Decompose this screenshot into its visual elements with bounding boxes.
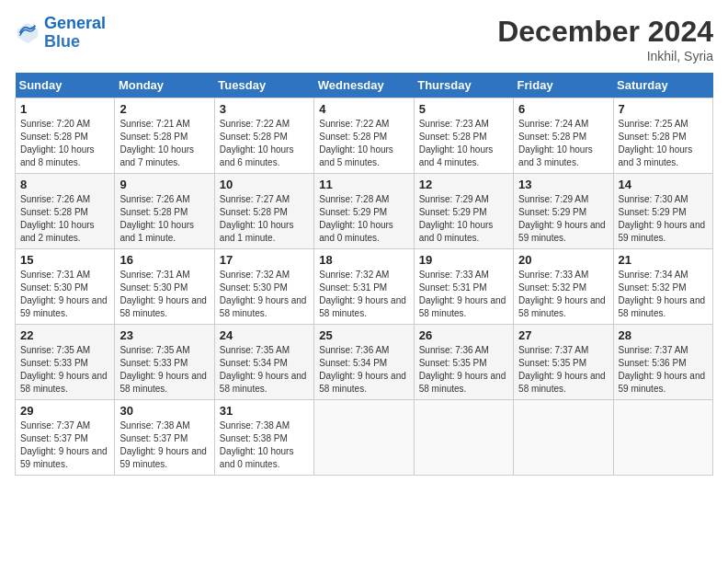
day-number: 14	[619, 178, 708, 191]
day-number: 28	[619, 328, 708, 342]
calendar-cell	[414, 400, 513, 476]
day-info: Sunrise: 7:21 AM Sunset: 5:28 PM Dayligh…	[119, 118, 209, 169]
day-info: Sunrise: 7:36 AM Sunset: 5:35 PM Dayligh…	[419, 344, 508, 396]
day-number: 10	[220, 178, 309, 191]
calendar-week-row: 8 Sunrise: 7:26 AM Sunset: 5:28 PM Dayli…	[16, 174, 713, 249]
col-saturday: Saturday	[613, 73, 712, 98]
calendar-cell: 30 Sunrise: 7:38 AM Sunset: 5:37 PM Dayl…	[115, 400, 214, 476]
calendar-week-row: 22 Sunrise: 7:35 AM Sunset: 5:33 PM Dayl…	[16, 325, 713, 400]
calendar-cell: 9 Sunrise: 7:26 AM Sunset: 5:28 PM Dayli…	[115, 174, 214, 249]
day-number: 30	[119, 404, 209, 418]
calendar-cell: 11 Sunrise: 7:28 AM Sunset: 5:29 PM Dayl…	[314, 174, 414, 249]
day-number: 18	[319, 253, 408, 267]
day-info: Sunrise: 7:35 AM Sunset: 5:33 PM Dayligh…	[119, 344, 209, 396]
calendar-cell: 1 Sunrise: 7:20 AM Sunset: 5:28 PM Dayli…	[16, 98, 115, 174]
day-info: Sunrise: 7:38 AM Sunset: 5:38 PM Dayligh…	[220, 419, 309, 471]
calendar-week-row: 29 Sunrise: 7:37 AM Sunset: 5:37 PM Dayl…	[16, 400, 713, 476]
title-area: December 2024 Inkhil, Syria	[497, 15, 713, 63]
day-info: Sunrise: 7:37 AM Sunset: 5:35 PM Dayligh…	[518, 344, 608, 396]
day-info: Sunrise: 7:22 AM Sunset: 5:28 PM Dayligh…	[319, 118, 408, 169]
day-info: Sunrise: 7:35 AM Sunset: 5:34 PM Dayligh…	[220, 344, 309, 396]
calendar-cell: 27 Sunrise: 7:37 AM Sunset: 5:35 PM Dayl…	[514, 325, 613, 400]
day-number: 11	[319, 178, 408, 191]
calendar-cell: 20 Sunrise: 7:33 AM Sunset: 5:32 PM Dayl…	[514, 249, 613, 325]
calendar-cell: 24 Sunrise: 7:35 AM Sunset: 5:34 PM Dayl…	[214, 325, 313, 400]
calendar-header-row: Sunday Monday Tuesday Wednesday Thursday…	[16, 73, 713, 98]
day-info: Sunrise: 7:31 AM Sunset: 5:30 PM Dayligh…	[119, 269, 209, 320]
day-info: Sunrise: 7:26 AM Sunset: 5:28 PM Dayligh…	[20, 193, 109, 245]
day-number: 8	[20, 178, 109, 191]
day-number: 19	[419, 253, 508, 267]
calendar-cell: 28 Sunrise: 7:37 AM Sunset: 5:36 PM Dayl…	[613, 325, 712, 400]
day-info: Sunrise: 7:29 AM Sunset: 5:29 PM Dayligh…	[518, 193, 608, 245]
day-info: Sunrise: 7:27 AM Sunset: 5:28 PM Dayligh…	[220, 193, 309, 245]
day-info: Sunrise: 7:35 AM Sunset: 5:33 PM Dayligh…	[20, 344, 109, 396]
calendar-cell: 3 Sunrise: 7:22 AM Sunset: 5:28 PM Dayli…	[214, 98, 313, 174]
calendar-cell	[613, 400, 712, 476]
day-info: Sunrise: 7:33 AM Sunset: 5:31 PM Dayligh…	[419, 269, 508, 320]
calendar-cell: 7 Sunrise: 7:25 AM Sunset: 5:28 PM Dayli…	[613, 98, 712, 174]
calendar-table: Sunday Monday Tuesday Wednesday Thursday…	[15, 73, 713, 476]
calendar-cell: 22 Sunrise: 7:35 AM Sunset: 5:33 PM Dayl…	[16, 325, 115, 400]
day-number: 17	[220, 253, 309, 267]
calendar-cell: 23 Sunrise: 7:35 AM Sunset: 5:33 PM Dayl…	[115, 325, 214, 400]
day-number: 12	[419, 178, 508, 191]
day-number: 31	[220, 404, 309, 418]
logo-icon	[15, 20, 40, 46]
calendar-cell: 15 Sunrise: 7:31 AM Sunset: 5:30 PM Dayl…	[16, 249, 115, 325]
calendar-cell: 25 Sunrise: 7:36 AM Sunset: 5:34 PM Dayl…	[314, 325, 414, 400]
day-number: 26	[419, 328, 508, 342]
day-info: Sunrise: 7:26 AM Sunset: 5:28 PM Dayligh…	[119, 193, 209, 245]
day-info: Sunrise: 7:34 AM Sunset: 5:32 PM Dayligh…	[619, 269, 708, 320]
day-number: 6	[518, 102, 608, 116]
day-number: 13	[518, 178, 608, 191]
calendar-week-row: 15 Sunrise: 7:31 AM Sunset: 5:30 PM Dayl…	[16, 249, 713, 325]
day-info: Sunrise: 7:38 AM Sunset: 5:37 PM Dayligh…	[119, 419, 209, 471]
day-number: 21	[619, 253, 708, 267]
day-number: 23	[119, 328, 209, 342]
day-info: Sunrise: 7:22 AM Sunset: 5:28 PM Dayligh…	[220, 118, 309, 169]
day-info: Sunrise: 7:37 AM Sunset: 5:37 PM Dayligh…	[20, 419, 109, 471]
day-number: 24	[220, 328, 309, 342]
calendar-cell: 8 Sunrise: 7:26 AM Sunset: 5:28 PM Dayli…	[16, 174, 115, 249]
calendar-cell	[514, 400, 613, 476]
day-info: Sunrise: 7:31 AM Sunset: 5:30 PM Dayligh…	[20, 269, 109, 320]
day-info: Sunrise: 7:32 AM Sunset: 5:31 PM Dayligh…	[319, 269, 408, 320]
page-header: General Blue December 2024 Inkhil, Syria	[15, 15, 713, 63]
col-monday: Monday	[115, 73, 214, 98]
col-sunday: Sunday	[16, 73, 115, 98]
day-info: Sunrise: 7:36 AM Sunset: 5:34 PM Dayligh…	[319, 344, 408, 396]
logo: General Blue	[15, 15, 106, 52]
calendar-cell: 17 Sunrise: 7:32 AM Sunset: 5:30 PM Dayl…	[214, 249, 313, 325]
month-title: December 2024	[497, 15, 713, 49]
calendar-cell: 31 Sunrise: 7:38 AM Sunset: 5:38 PM Dayl…	[214, 400, 313, 476]
calendar-cell: 21 Sunrise: 7:34 AM Sunset: 5:32 PM Dayl…	[613, 249, 712, 325]
day-info: Sunrise: 7:23 AM Sunset: 5:28 PM Dayligh…	[419, 118, 508, 169]
col-wednesday: Wednesday	[314, 73, 414, 98]
day-info: Sunrise: 7:24 AM Sunset: 5:28 PM Dayligh…	[518, 118, 608, 169]
day-number: 29	[20, 404, 109, 418]
day-number: 4	[319, 102, 408, 116]
day-info: Sunrise: 7:37 AM Sunset: 5:36 PM Dayligh…	[619, 344, 708, 396]
day-info: Sunrise: 7:25 AM Sunset: 5:28 PM Dayligh…	[619, 118, 708, 169]
day-number: 27	[518, 328, 608, 342]
day-number: 1	[20, 102, 109, 116]
calendar-week-row: 1 Sunrise: 7:20 AM Sunset: 5:28 PM Dayli…	[16, 98, 713, 174]
logo-text: General Blue	[44, 15, 106, 52]
calendar-cell: 14 Sunrise: 7:30 AM Sunset: 5:29 PM Dayl…	[613, 174, 712, 249]
calendar-cell: 29 Sunrise: 7:37 AM Sunset: 5:37 PM Dayl…	[16, 400, 115, 476]
calendar-cell: 10 Sunrise: 7:27 AM Sunset: 5:28 PM Dayl…	[214, 174, 313, 249]
day-number: 3	[220, 102, 309, 116]
col-tuesday: Tuesday	[214, 73, 313, 98]
calendar-cell: 13 Sunrise: 7:29 AM Sunset: 5:29 PM Dayl…	[514, 174, 613, 249]
calendar-body: 1 Sunrise: 7:20 AM Sunset: 5:28 PM Dayli…	[16, 98, 713, 476]
day-info: Sunrise: 7:32 AM Sunset: 5:30 PM Dayligh…	[220, 269, 309, 320]
day-number: 5	[419, 102, 508, 116]
day-number: 7	[619, 102, 708, 116]
day-number: 20	[518, 253, 608, 267]
col-friday: Friday	[514, 73, 613, 98]
calendar-cell: 6 Sunrise: 7:24 AM Sunset: 5:28 PM Dayli…	[514, 98, 613, 174]
calendar-cell: 19 Sunrise: 7:33 AM Sunset: 5:31 PM Dayl…	[414, 249, 513, 325]
day-number: 2	[119, 102, 209, 116]
calendar-cell: 4 Sunrise: 7:22 AM Sunset: 5:28 PM Dayli…	[314, 98, 414, 174]
